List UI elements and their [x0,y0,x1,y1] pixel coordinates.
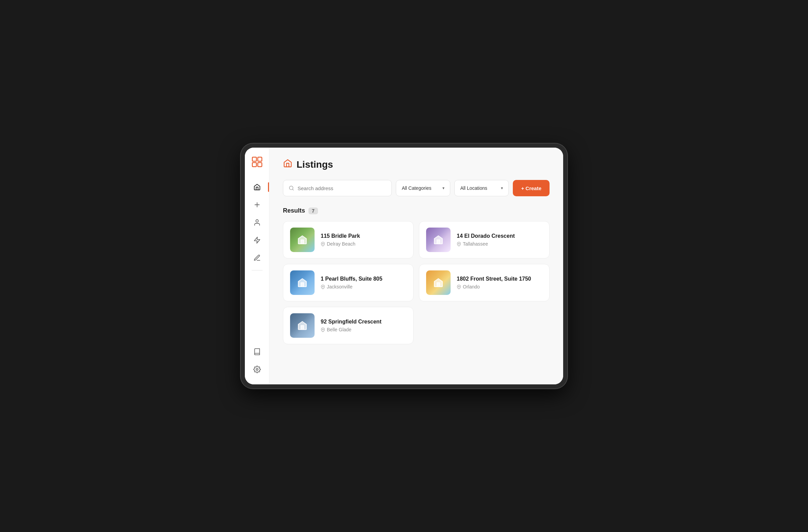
listing-card[interactable]: 14 El Dorado CrescentTallahassee [419,221,550,259]
locations-dropdown[interactable]: All Locations ▾ [454,180,509,196]
sidebar-item-activity[interactable] [245,232,269,248]
listing-card[interactable]: 1 Pearl Bluffs, Suite 805Jacksonville [283,264,414,301]
sidebar-item-home[interactable] [245,179,269,195]
device-frame: Listings All Categories ▾ All Locations [241,144,567,388]
location-pin-icon [321,242,325,246]
listing-thumbnail [426,228,451,252]
search-icon [289,185,294,191]
results-label: Results [283,207,305,214]
listing-name: 14 El Dorado Crescent [457,233,515,239]
svg-point-14 [458,286,459,287]
listing-name: 1802 Front Street, Suite 1750 [457,276,531,282]
svg-point-15 [322,329,323,330]
locations-chevron-icon: ▾ [501,186,503,190]
svg-rect-0 [252,157,256,161]
svg-rect-1 [252,163,256,167]
results-count: 7 [308,207,318,214]
svg-point-12 [458,243,459,244]
page-title: Listings [297,159,333,170]
locations-label: All Locations [460,185,487,191]
svg-line-10 [292,189,293,190]
listing-thumbnail [426,270,451,295]
listing-location: Belle Glade [321,327,382,332]
nav-divider [252,270,263,270]
page-header: Listings [283,159,550,170]
logo [250,154,265,169]
search-box[interactable] [283,180,392,196]
categories-dropdown[interactable]: All Categories ▾ [396,180,450,196]
svg-point-8 [256,368,258,370]
listing-card[interactable]: 92 Springfield CrescentBelle Glade [283,307,414,344]
categories-chevron-icon: ▾ [442,186,444,190]
svg-point-11 [322,243,323,244]
listing-card[interactable]: 1802 Front Street, Suite 1750Orlando [419,264,550,301]
sidebar-item-edit[interactable] [245,250,269,266]
toolbar: All Categories ▾ All Locations ▾ + Creat… [283,180,550,196]
nav-items [245,179,269,273]
main-content: Listings All Categories ▾ All Locations [269,148,563,384]
sidebar-item-profile[interactable] [245,214,269,231]
location-pin-icon [321,285,325,289]
listings-grid: 115 Bridle ParkDelray Beach14 El Dorado … [283,221,550,344]
location-pin-icon [321,328,325,332]
sidebar-item-settings[interactable] [245,361,269,378]
listing-location: Delray Beach [321,241,360,247]
listing-name: 1 Pearl Bluffs, Suite 805 [321,276,382,282]
svg-rect-3 [258,163,262,167]
listing-name: 115 Bridle Park [321,233,360,239]
svg-rect-2 [258,157,262,161]
listing-thumbnail [290,313,315,338]
listing-location: Tallahassee [457,241,515,247]
listing-location: Jacksonville [321,284,382,289]
results-header: Results 7 [283,207,550,214]
sidebar-item-book[interactable] [245,344,269,360]
location-pin-icon [457,285,461,289]
svg-marker-7 [254,237,260,243]
listing-thumbnail [290,270,315,295]
svg-point-13 [322,286,323,287]
app-container: Listings All Categories ▾ All Locations [245,148,563,384]
nav-bottom [245,344,269,378]
svg-point-6 [256,220,258,222]
listing-location: Orlando [457,284,531,289]
sidebar-item-add[interactable] [245,197,269,213]
create-button[interactable]: + Create [513,180,550,196]
listing-name: 92 Springfield Crescent [321,319,382,325]
listing-card[interactable]: 115 Bridle ParkDelray Beach [283,221,414,259]
listing-thumbnail [290,228,315,252]
categories-label: All Categories [402,185,431,191]
location-pin-icon [457,242,461,246]
sidebar [245,148,269,384]
page-title-icon [283,159,292,170]
search-input[interactable] [298,185,386,191]
